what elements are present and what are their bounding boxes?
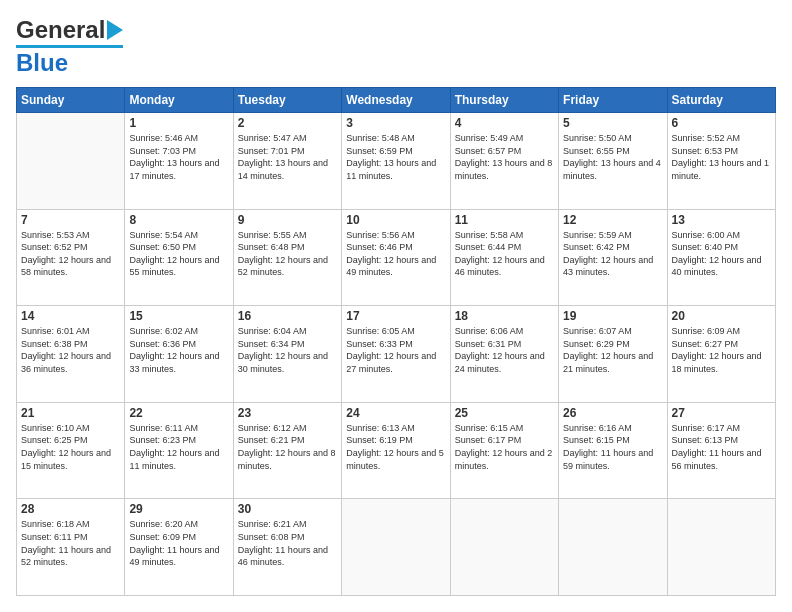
day-info: Sunrise: 6:16 AM Sunset: 6:15 PM Dayligh… <box>563 422 662 472</box>
calendar-dow-sunday: Sunday <box>17 88 125 113</box>
day-info: Sunrise: 6:12 AM Sunset: 6:21 PM Dayligh… <box>238 422 337 472</box>
calendar-cell: 6 Sunrise: 5:52 AM Sunset: 6:53 PM Dayli… <box>667 113 775 210</box>
day-number: 7 <box>21 213 120 227</box>
day-info: Sunrise: 6:21 AM Sunset: 6:08 PM Dayligh… <box>238 518 337 568</box>
calendar-dow-wednesday: Wednesday <box>342 88 450 113</box>
day-number: 18 <box>455 309 554 323</box>
calendar-cell: 30 Sunrise: 6:21 AM Sunset: 6:08 PM Dayl… <box>233 499 341 596</box>
day-number: 9 <box>238 213 337 227</box>
page: General Blue SundayMondayTuesdayWednesda… <box>0 0 792 612</box>
day-number: 30 <box>238 502 337 516</box>
day-info: Sunrise: 6:00 AM Sunset: 6:40 PM Dayligh… <box>672 229 771 279</box>
calendar-cell: 1 Sunrise: 5:46 AM Sunset: 7:03 PM Dayli… <box>125 113 233 210</box>
day-number: 15 <box>129 309 228 323</box>
day-info: Sunrise: 6:13 AM Sunset: 6:19 PM Dayligh… <box>346 422 445 472</box>
day-number: 14 <box>21 309 120 323</box>
calendar-cell: 14 Sunrise: 6:01 AM Sunset: 6:38 PM Dayl… <box>17 306 125 403</box>
calendar-cell: 4 Sunrise: 5:49 AM Sunset: 6:57 PM Dayli… <box>450 113 558 210</box>
day-number: 11 <box>455 213 554 227</box>
logo-general: General <box>16 16 105 44</box>
day-info: Sunrise: 5:50 AM Sunset: 6:55 PM Dayligh… <box>563 132 662 182</box>
calendar-cell: 7 Sunrise: 5:53 AM Sunset: 6:52 PM Dayli… <box>17 209 125 306</box>
calendar-cell: 25 Sunrise: 6:15 AM Sunset: 6:17 PM Dayl… <box>450 402 558 499</box>
day-number: 25 <box>455 406 554 420</box>
calendar-week-1: 1 Sunrise: 5:46 AM Sunset: 7:03 PM Dayli… <box>17 113 776 210</box>
calendar-cell: 28 Sunrise: 6:18 AM Sunset: 6:11 PM Dayl… <box>17 499 125 596</box>
calendar-cell: 13 Sunrise: 6:00 AM Sunset: 6:40 PM Dayl… <box>667 209 775 306</box>
day-info: Sunrise: 6:07 AM Sunset: 6:29 PM Dayligh… <box>563 325 662 375</box>
day-info: Sunrise: 5:48 AM Sunset: 6:59 PM Dayligh… <box>346 132 445 182</box>
calendar-week-4: 21 Sunrise: 6:10 AM Sunset: 6:25 PM Dayl… <box>17 402 776 499</box>
calendar-cell: 24 Sunrise: 6:13 AM Sunset: 6:19 PM Dayl… <box>342 402 450 499</box>
logo-underline <box>16 45 123 48</box>
day-number: 21 <box>21 406 120 420</box>
day-number: 24 <box>346 406 445 420</box>
calendar-cell: 5 Sunrise: 5:50 AM Sunset: 6:55 PM Dayli… <box>559 113 667 210</box>
day-number: 20 <box>672 309 771 323</box>
day-info: Sunrise: 5:49 AM Sunset: 6:57 PM Dayligh… <box>455 132 554 182</box>
calendar-dow-saturday: Saturday <box>667 88 775 113</box>
day-number: 27 <box>672 406 771 420</box>
calendar-cell <box>342 499 450 596</box>
calendar-cell: 18 Sunrise: 6:06 AM Sunset: 6:31 PM Dayl… <box>450 306 558 403</box>
day-info: Sunrise: 6:06 AM Sunset: 6:31 PM Dayligh… <box>455 325 554 375</box>
calendar-cell: 15 Sunrise: 6:02 AM Sunset: 6:36 PM Dayl… <box>125 306 233 403</box>
calendar-cell: 8 Sunrise: 5:54 AM Sunset: 6:50 PM Dayli… <box>125 209 233 306</box>
day-number: 17 <box>346 309 445 323</box>
calendar-cell <box>667 499 775 596</box>
calendar-cell <box>559 499 667 596</box>
day-info: Sunrise: 5:55 AM Sunset: 6:48 PM Dayligh… <box>238 229 337 279</box>
calendar-cell: 19 Sunrise: 6:07 AM Sunset: 6:29 PM Dayl… <box>559 306 667 403</box>
calendar-cell: 26 Sunrise: 6:16 AM Sunset: 6:15 PM Dayl… <box>559 402 667 499</box>
day-info: Sunrise: 5:58 AM Sunset: 6:44 PM Dayligh… <box>455 229 554 279</box>
calendar-cell: 21 Sunrise: 6:10 AM Sunset: 6:25 PM Dayl… <box>17 402 125 499</box>
day-info: Sunrise: 5:46 AM Sunset: 7:03 PM Dayligh… <box>129 132 228 182</box>
day-number: 10 <box>346 213 445 227</box>
calendar-cell: 2 Sunrise: 5:47 AM Sunset: 7:01 PM Dayli… <box>233 113 341 210</box>
calendar-cell: 23 Sunrise: 6:12 AM Sunset: 6:21 PM Dayl… <box>233 402 341 499</box>
day-info: Sunrise: 5:53 AM Sunset: 6:52 PM Dayligh… <box>21 229 120 279</box>
day-number: 23 <box>238 406 337 420</box>
day-number: 1 <box>129 116 228 130</box>
calendar-cell: 29 Sunrise: 6:20 AM Sunset: 6:09 PM Dayl… <box>125 499 233 596</box>
calendar-cell: 12 Sunrise: 5:59 AM Sunset: 6:42 PM Dayl… <box>559 209 667 306</box>
day-info: Sunrise: 5:59 AM Sunset: 6:42 PM Dayligh… <box>563 229 662 279</box>
day-number: 13 <box>672 213 771 227</box>
logo-arrow-icon <box>107 20 123 40</box>
calendar-dow-monday: Monday <box>125 88 233 113</box>
day-info: Sunrise: 6:01 AM Sunset: 6:38 PM Dayligh… <box>21 325 120 375</box>
day-number: 4 <box>455 116 554 130</box>
calendar-cell: 27 Sunrise: 6:17 AM Sunset: 6:13 PM Dayl… <box>667 402 775 499</box>
day-number: 3 <box>346 116 445 130</box>
header: General Blue <box>16 16 776 77</box>
day-info: Sunrise: 5:54 AM Sunset: 6:50 PM Dayligh… <box>129 229 228 279</box>
calendar-week-2: 7 Sunrise: 5:53 AM Sunset: 6:52 PM Dayli… <box>17 209 776 306</box>
day-info: Sunrise: 6:04 AM Sunset: 6:34 PM Dayligh… <box>238 325 337 375</box>
calendar-table: SundayMondayTuesdayWednesdayThursdayFrid… <box>16 87 776 596</box>
calendar-cell: 9 Sunrise: 5:55 AM Sunset: 6:48 PM Dayli… <box>233 209 341 306</box>
calendar-dow-thursday: Thursday <box>450 88 558 113</box>
day-number: 12 <box>563 213 662 227</box>
day-info: Sunrise: 6:10 AM Sunset: 6:25 PM Dayligh… <box>21 422 120 472</box>
logo-blue: Blue <box>16 49 68 77</box>
calendar-week-5: 28 Sunrise: 6:18 AM Sunset: 6:11 PM Dayl… <box>17 499 776 596</box>
day-number: 2 <box>238 116 337 130</box>
calendar-cell: 17 Sunrise: 6:05 AM Sunset: 6:33 PM Dayl… <box>342 306 450 403</box>
day-number: 26 <box>563 406 662 420</box>
calendar-cell <box>450 499 558 596</box>
calendar-dow-friday: Friday <box>559 88 667 113</box>
calendar-week-3: 14 Sunrise: 6:01 AM Sunset: 6:38 PM Dayl… <box>17 306 776 403</box>
calendar-header-row: SundayMondayTuesdayWednesdayThursdayFrid… <box>17 88 776 113</box>
day-info: Sunrise: 6:11 AM Sunset: 6:23 PM Dayligh… <box>129 422 228 472</box>
day-number: 5 <box>563 116 662 130</box>
day-info: Sunrise: 6:05 AM Sunset: 6:33 PM Dayligh… <box>346 325 445 375</box>
day-number: 22 <box>129 406 228 420</box>
day-info: Sunrise: 5:52 AM Sunset: 6:53 PM Dayligh… <box>672 132 771 182</box>
day-info: Sunrise: 6:15 AM Sunset: 6:17 PM Dayligh… <box>455 422 554 472</box>
day-info: Sunrise: 6:18 AM Sunset: 6:11 PM Dayligh… <box>21 518 120 568</box>
logo: General Blue <box>16 16 123 77</box>
calendar-dow-tuesday: Tuesday <box>233 88 341 113</box>
calendar-cell: 22 Sunrise: 6:11 AM Sunset: 6:23 PM Dayl… <box>125 402 233 499</box>
day-info: Sunrise: 6:20 AM Sunset: 6:09 PM Dayligh… <box>129 518 228 568</box>
calendar-cell: 20 Sunrise: 6:09 AM Sunset: 6:27 PM Dayl… <box>667 306 775 403</box>
